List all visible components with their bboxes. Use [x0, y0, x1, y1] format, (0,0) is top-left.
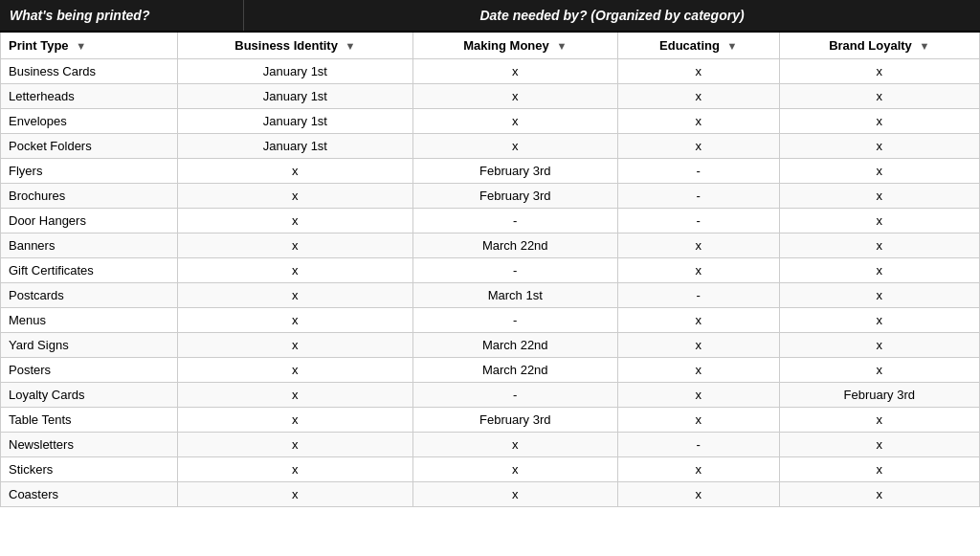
col-header-making-money: Making Money ▼ [412, 32, 617, 59]
header-right: Date needed by? (Organized by category) [244, 0, 980, 31]
col-header-print-type: Print Type ▼ [1, 32, 178, 59]
cell-making_money-0: x [412, 59, 617, 84]
filter-icon-making-money[interactable]: ▼ [556, 40, 567, 52]
cell-making_money-3: x [412, 134, 617, 159]
cell-educating-0: x [617, 59, 779, 84]
cell-business_identity-9: x [178, 283, 412, 308]
filter-icon-business-identity[interactable]: ▼ [345, 40, 356, 52]
table-row: LetterheadsJanuary 1stxxx [1, 84, 980, 109]
cell-educating-6: - [617, 209, 779, 234]
cell-educating-13: x [617, 383, 779, 408]
cell-making_money-7: March 22nd [412, 234, 617, 258]
cell-educating-3: x [617, 134, 779, 159]
cell-brand_loyalty-10: x [779, 308, 979, 333]
cell-business_identity-8: x [178, 258, 412, 283]
cell-print_type-5: Brochures [1, 184, 178, 209]
table-row: BrochuresxFebruary 3rd-x [1, 184, 980, 209]
cell-business_identity-14: x [178, 408, 412, 433]
cell-making_money-11: March 22nd [412, 333, 617, 358]
table-row: Menusx-xx [1, 308, 980, 333]
cell-brand_loyalty-14: x [779, 408, 979, 433]
cell-making_money-10: - [412, 308, 617, 333]
cell-print_type-3: Pocket Folders [1, 134, 178, 159]
cell-brand_loyalty-7: x [779, 234, 979, 258]
table-row: PostersxMarch 22ndxx [1, 358, 980, 383]
col-label-making-money: Making Money [463, 38, 549, 53]
cell-print_type-15: Newsletters [1, 433, 178, 457]
cell-brand_loyalty-5: x [779, 184, 979, 209]
table-row: Gift Certificatesx-xx [1, 258, 980, 283]
table-row: Yard SignsxMarch 22ndxx [1, 333, 980, 358]
cell-print_type-6: Door Hangers [1, 209, 178, 234]
cell-business_identity-7: x [178, 234, 412, 258]
cell-making_money-16: x [412, 457, 617, 482]
table-row: PostcardsxMarch 1st-x [1, 283, 980, 308]
cell-business_identity-6: x [178, 209, 412, 234]
cell-print_type-4: Flyers [1, 159, 178, 184]
cell-brand_loyalty-4: x [779, 159, 979, 184]
col-header-educating: Educating ▼ [617, 32, 779, 59]
cell-print_type-17: Coasters [1, 482, 178, 507]
cell-educating-5: - [617, 184, 779, 209]
cell-brand_loyalty-15: x [779, 433, 979, 457]
header-left: What's being printed? [0, 0, 244, 31]
cell-making_money-15: x [412, 433, 617, 457]
filter-icon-brand-loyalty[interactable]: ▼ [919, 40, 929, 52]
cell-business_identity-10: x [178, 308, 412, 333]
cell-business_identity-16: x [178, 457, 412, 482]
cell-business_identity-5: x [178, 184, 412, 209]
cell-business_identity-12: x [178, 358, 412, 383]
cell-educating-9: - [617, 283, 779, 308]
cell-educating-10: x [617, 308, 779, 333]
cell-brand_loyalty-13: February 3rd [779, 383, 979, 408]
cell-business_identity-4: x [178, 159, 412, 184]
cell-business_identity-0: January 1st [178, 59, 412, 84]
cell-brand_loyalty-1: x [779, 84, 979, 109]
filter-icon-print-type[interactable]: ▼ [76, 40, 86, 52]
table-row: BannersxMarch 22ndxx [1, 234, 980, 258]
cell-brand_loyalty-17: x [779, 482, 979, 507]
cell-print_type-7: Banners [1, 234, 178, 258]
cell-educating-1: x [617, 84, 779, 109]
cell-print_type-9: Postcards [1, 283, 178, 308]
col-label-business-identity: Business Identity [234, 38, 338, 53]
cell-making_money-2: x [412, 109, 617, 134]
table-row: Stickersxxxx [1, 457, 980, 482]
cell-business_identity-17: x [178, 482, 412, 507]
cell-print_type-0: Business Cards [1, 59, 178, 84]
col-label-print-type: Print Type [9, 38, 69, 53]
cell-educating-12: x [617, 358, 779, 383]
cell-brand_loyalty-12: x [779, 358, 979, 383]
main-table: Print Type ▼ Business Identity ▼ Making … [0, 31, 980, 507]
cell-brand_loyalty-6: x [779, 209, 979, 234]
cell-making_money-17: x [412, 482, 617, 507]
cell-business_identity-11: x [178, 333, 412, 358]
cell-business_identity-13: x [178, 383, 412, 408]
cell-making_money-9: March 1st [412, 283, 617, 308]
cell-brand_loyalty-0: x [779, 59, 979, 84]
cell-print_type-16: Stickers [1, 457, 178, 482]
table-row: Business CardsJanuary 1stxxx [1, 59, 980, 84]
cell-educating-15: - [617, 433, 779, 457]
table-row: Door Hangersx--x [1, 209, 980, 234]
cell-print_type-14: Table Tents [1, 408, 178, 433]
cell-brand_loyalty-8: x [779, 258, 979, 283]
cell-print_type-13: Loyalty Cards [1, 383, 178, 408]
col-header-business-identity: Business Identity ▼ [178, 32, 412, 59]
filter-icon-educating[interactable]: ▼ [727, 40, 738, 52]
cell-educating-7: x [617, 234, 779, 258]
cell-business_identity-3: January 1st [178, 134, 412, 159]
col-label-brand-loyalty: Brand Loyalty [829, 38, 912, 53]
cell-making_money-8: - [412, 258, 617, 283]
cell-educating-11: x [617, 333, 779, 358]
cell-making_money-5: February 3rd [412, 184, 617, 209]
cell-making_money-1: x [412, 84, 617, 109]
cell-brand_loyalty-16: x [779, 457, 979, 482]
cell-educating-17: x [617, 482, 779, 507]
table-row: Loyalty Cardsx-xFebruary 3rd [1, 383, 980, 408]
table-body: Business CardsJanuary 1stxxxLetterheadsJ… [1, 59, 980, 507]
cell-print_type-8: Gift Certificates [1, 258, 178, 283]
cell-brand_loyalty-11: x [779, 333, 979, 358]
cell-making_money-13: - [412, 383, 617, 408]
cell-business_identity-2: January 1st [178, 109, 412, 134]
